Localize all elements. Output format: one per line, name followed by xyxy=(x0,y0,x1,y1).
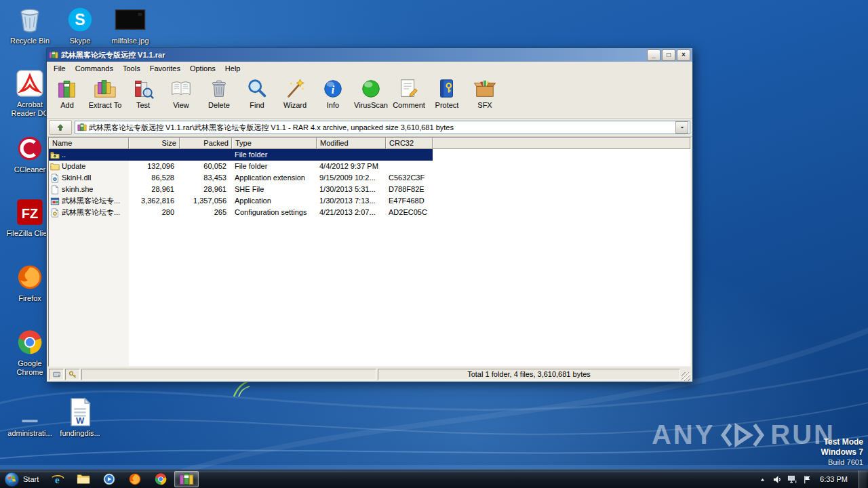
dll-icon xyxy=(50,174,60,183)
tray-network-icon[interactable] xyxy=(787,474,797,485)
toolbar-find-button[interactable]: Find xyxy=(238,76,276,109)
ghost-file-icon xyxy=(14,396,45,428)
acrobat-icon xyxy=(14,68,45,99)
address-combo[interactable]: 武林黑客论坛专版远控 V1.1.rar\武林黑客论坛专版远控 V1.1 - RA… xyxy=(75,121,690,134)
menu-favorites[interactable]: Favorites xyxy=(145,63,185,74)
test-mode-line: Test Mode xyxy=(821,437,863,447)
window-title: 武林黑客论坛专版远控 V1.1.rar xyxy=(61,50,643,60)
protect-icon xyxy=(435,77,458,100)
os-line: Windows 7 xyxy=(821,447,863,458)
toolbar-extract-to-button[interactable]: Extract To xyxy=(86,76,124,109)
tray-hidden-icons-icon[interactable] xyxy=(757,474,768,485)
file-row-3[interactable]: skinh.she28,96128,961SHE File1/30/2013 5… xyxy=(49,184,433,195)
file-name: .. xyxy=(62,149,66,161)
firefox-icon xyxy=(127,472,142,487)
file-name: 武林黑客论坛专... xyxy=(62,195,120,207)
file-list: NameSizePackedTypeModifiedCRC32 ..File f… xyxy=(48,137,691,367)
svg-text:i: i xyxy=(332,84,335,96)
virusscan-icon xyxy=(359,77,382,100)
winrar-window: 武林黑客论坛专版远控 V1.1.rar _□× FileCommandsTool… xyxy=(46,47,693,382)
file-row-4[interactable]: 武林黑客论坛专...3,362,8161,357,056Application1… xyxy=(49,195,433,207)
address-dropdown-button[interactable] xyxy=(675,121,688,134)
column-header-name[interactable]: Name xyxy=(49,138,129,149)
file-row-1[interactable]: Update132,09660,052File folder4/4/2012 9… xyxy=(49,161,433,172)
taskbar-button-media-player[interactable] xyxy=(97,471,121,487)
toolbar-delete-button[interactable]: Delete xyxy=(200,76,238,109)
menu-commands[interactable]: Commands xyxy=(71,63,118,74)
desktop-icon-label: milfalse.jpg xyxy=(106,37,155,45)
column-header-crc32[interactable]: CRC32 xyxy=(386,138,433,149)
media-icon xyxy=(102,472,117,487)
menu-file[interactable]: File xyxy=(49,63,71,74)
menu-tools[interactable]: Tools xyxy=(118,63,145,74)
toolbar-virusscan-button[interactable]: VirusScan xyxy=(352,76,390,109)
address-bar: 武林黑客论坛专版远控 V1.1.rar\武林黑客论坛专版远控 V1.1 - RA… xyxy=(47,119,692,137)
desktop-icon-label: Recycle Bin xyxy=(5,37,54,45)
taskbar-clock[interactable]: 6:33 PM xyxy=(817,475,854,483)
up-one-level-button[interactable] xyxy=(49,120,72,135)
taskbar-button-internet-explorer[interactable]: e xyxy=(45,471,70,487)
taskbar-button-windows-explorer[interactable] xyxy=(71,471,96,487)
toolbar-test-button[interactable]: Test xyxy=(124,76,162,109)
toolbar-protect-button[interactable]: Protect xyxy=(428,76,466,109)
window-minimize-button[interactable]: _ xyxy=(647,49,660,61)
file-list-body[interactable]: ..File folderUpdate132,09660,052File fol… xyxy=(49,149,690,366)
folder-up-icon xyxy=(50,150,60,160)
find-icon xyxy=(245,77,269,100)
show-desktop-button[interactable] xyxy=(859,470,867,488)
menu-help[interactable]: Help xyxy=(220,63,245,74)
file-name: SkinH.dll xyxy=(62,172,91,184)
word-doc-icon: W xyxy=(64,396,96,428)
desktop-icon-ghost-file[interactable]: administrati... xyxy=(5,396,54,438)
info-icon: i xyxy=(321,77,344,100)
window-titlebar[interactable]: 武林黑客论坛专版远控 V1.1.rar _□× xyxy=(47,48,692,62)
desktop-icon-label: administrati... xyxy=(5,429,54,438)
anyrun-watermark: ANY RUN xyxy=(652,420,835,450)
menu-bar: FileCommandsToolsFavoritesOptionsHelp xyxy=(47,62,692,75)
key-icon xyxy=(65,369,80,380)
toolbar-wizard-button[interactable]: Wizard xyxy=(276,76,314,109)
tray-volume-icon[interactable] xyxy=(772,474,783,485)
taskbar-button-firefox[interactable] xyxy=(123,471,147,487)
list-header: NameSizePackedTypeModifiedCRC32 xyxy=(49,138,690,149)
toolbar-view-button[interactable]: View xyxy=(162,76,200,109)
desktop-icon-skype[interactable]: SSkype xyxy=(56,4,104,45)
tray-action-center-icon[interactable] xyxy=(802,474,812,485)
add-icon xyxy=(56,77,79,100)
taskbar-button-winrar[interactable] xyxy=(174,471,199,487)
desktop-icon-recycle-bin[interactable]: Recycle Bin xyxy=(5,4,54,45)
window-close-button[interactable]: × xyxy=(677,49,690,61)
toolbar-comment-button[interactable]: Comment xyxy=(390,76,428,109)
desktop-icon-word-doc[interactable]: Wfundingdis... xyxy=(56,396,104,438)
config-icon xyxy=(50,208,60,218)
column-header-packed[interactable]: Packed xyxy=(180,138,232,149)
menu-options[interactable]: Options xyxy=(185,63,220,74)
column-header-size[interactable]: Size xyxy=(129,138,180,149)
file-row-0[interactable]: ..File folder xyxy=(49,149,433,161)
svg-text:W: W xyxy=(76,415,85,426)
desktop-icon-image-black[interactable]: milfalse.jpg xyxy=(106,4,155,45)
file-icon xyxy=(50,185,60,195)
status-icons xyxy=(49,369,80,380)
column-header-modified[interactable]: Modified xyxy=(317,138,386,149)
file-name: skinh.she xyxy=(62,184,93,195)
start-button[interactable]: Start xyxy=(0,470,45,488)
chrome-icon xyxy=(153,472,168,487)
test-mode-label: Test Mode Windows 7 Build 7601 xyxy=(821,437,863,467)
chrome-icon xyxy=(14,327,45,358)
skype-icon: S xyxy=(64,4,96,35)
column-header-type[interactable]: Type xyxy=(232,138,317,149)
disk-icon xyxy=(49,369,64,380)
file-row-5[interactable]: 武林黑客论坛专...280265Configuration settings4/… xyxy=(49,207,433,218)
toolbar-sfx-button[interactable]: SFX xyxy=(466,76,504,109)
window-maximize-button[interactable]: □ xyxy=(662,49,675,61)
toolbar-add-button[interactable]: Add xyxy=(48,76,86,109)
toolbar-info-button[interactable]: iInfo xyxy=(314,76,352,109)
taskbar-buttons: e xyxy=(45,470,199,488)
taskbar-button-chrome[interactable] xyxy=(149,471,173,487)
ie-icon: e xyxy=(50,472,65,487)
status-empty-panel xyxy=(81,369,376,380)
svg-text:FZ: FZ xyxy=(22,206,39,221)
resize-grip[interactable] xyxy=(682,372,690,381)
file-row-2[interactable]: SkinH.dll86,52883,453Application extensi… xyxy=(49,172,433,184)
